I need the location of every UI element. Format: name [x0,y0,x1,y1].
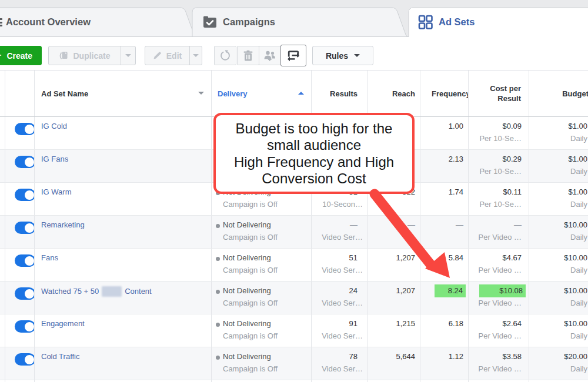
row-checkbox-cell[interactable] [0,150,5,182]
budget-value: $10.00 [529,286,588,295]
cost-per-result-value: $4.67 [469,253,529,262]
tab-bar: Account Overview Campaigns Ad Sets [0,0,588,37]
row-toggle-cell [5,150,35,182]
row-name-cell: IG Warm [35,183,212,215]
row-name-cell: Watched 75 + 50Content [35,282,212,314]
ad-set-name-link[interactable]: IG Fans [41,155,68,163]
header-cost-per-result-label: Cost perResult [490,83,521,103]
budget-sublabel: Daily [529,331,588,340]
reach-value: 1,207 [368,286,420,295]
reach-value: 1,207 [368,253,420,262]
row-budget-cell: $20.00 Daily [529,347,588,380]
header-results[interactable]: Results [312,71,368,116]
row-delivery-cell: Not Delivering Campaign is Off [212,347,312,380]
header-cost-per-result[interactable]: Cost perResult [469,71,529,116]
add-people-button[interactable] [259,46,281,65]
budget-value: $10.00 [529,220,588,229]
cost-highlight: $10.08 [479,284,526,297]
toggle-knob [24,222,35,234]
ad-set-toggle[interactable] [15,320,35,333]
duplicate-dropdown-button[interactable] [121,46,135,65]
row-name-cell: Cold Traffic [35,347,212,380]
sort-ascending-icon [298,92,304,95]
header-reach[interactable]: Reach [368,71,420,116]
frequency-highlight: 8.24 [435,284,466,297]
row-results-cell: 51 Video Ser… [312,249,368,281]
ad-set-toggle[interactable] [15,189,35,201]
ad-set-name-link[interactable]: Watched 75 + 50 [41,287,99,296]
refresh-button[interactable] [214,46,236,65]
row-delivery-cell: Not Delivering Campaign is Off [212,216,312,248]
edit-dropdown-button[interactable] [190,46,202,65]
chevron-down-icon [193,54,199,57]
row-name-cell: IG Fans [35,150,212,182]
row-frequency-cell: 6.18 [420,314,469,347]
delivery-substatus: Campaign is Off [212,200,311,209]
budget-sublabel: Daily [529,364,588,373]
tab-account-overview[interactable]: Account Overview [6,0,91,37]
ad-set-name-link[interactable]: Fans [41,253,58,262]
row-name-cell: Remarketing [35,216,212,248]
tab-ad-sets[interactable]: Ad Sets [418,0,475,37]
ad-set-name-link-suffix[interactable]: Content [125,287,152,296]
header-delivery[interactable]: Delivery [212,71,312,116]
header-results-label: Results [330,89,358,98]
redaction-blur [102,286,122,297]
table-row: Cold Traffic Not Delivering Campaign is … [0,347,588,380]
toggle-knob [24,189,35,201]
row-toggle-cell [5,117,35,149]
ad-set-name-link[interactable]: Cold Traffic [41,352,80,361]
budget-sublabel: Daily [529,233,588,242]
row-results-cell: 91 Video Ser… [312,314,368,347]
cost-sublabel: Per Video … [469,266,529,274]
ad-set-toggle[interactable] [15,222,35,234]
cost-per-result-value: — [469,220,529,229]
frequency-value: 5.84 [420,253,468,262]
edit-button-group: Edit [145,46,202,65]
cost-sublabel: Per 10-Se… [469,134,529,143]
ad-set-name-link[interactable]: IG Cold [41,122,67,130]
row-frequency-cell: 1.12 [420,347,469,380]
table-header-row: Ad Set Name Delivery Results Reach Frequ… [0,70,588,117]
header-ad-set-name[interactable]: Ad Set Name [35,71,212,116]
row-checkbox-cell[interactable] [0,347,5,380]
toggle-knob [24,288,35,300]
row-cost-cell: $0.09 Per 10-Se… [469,117,529,149]
row-checkbox-cell[interactable] [0,314,5,347]
row-cost-cell: $0.11 Per 10-Se… [469,183,529,215]
ad-set-name-link[interactable]: Remarketing [41,220,85,229]
budget-value: $10.00 [529,253,588,262]
row-checkbox-cell[interactable] [0,216,5,248]
delete-button[interactable] [237,46,259,65]
results-value: 78 [312,352,367,361]
add-people-icon [263,50,276,61]
duplicate-button[interactable]: Duplicate [49,46,121,65]
tab-campaigns[interactable]: Campaigns [203,0,275,37]
header-budget[interactable]: Budget [529,71,588,116]
row-cost-cell: — Per Video … [469,216,529,248]
ad-set-toggle[interactable] [15,254,35,267]
budget-value: $1.00 [529,155,588,163]
view-setup-toggle-button[interactable] [280,45,306,66]
header-frequency[interactable]: Frequency [420,71,469,116]
results-value: 24 [312,286,367,295]
duplicate-button-group: Duplicate [48,46,136,65]
row-checkbox-cell[interactable] [0,282,5,314]
cost-per-result-value: $0.09 [469,122,529,130]
ad-set-toggle[interactable] [15,353,35,366]
rules-button[interactable]: Rules [312,46,373,65]
results-value: 91 [312,319,367,328]
row-checkbox-cell[interactable] [0,183,5,215]
plus-icon: + [0,49,1,61]
edit-button[interactable]: Edit [145,46,189,65]
create-button[interactable]: + Create [0,46,42,65]
ad-set-toggle[interactable] [15,123,35,135]
row-checkbox-cell[interactable] [0,249,5,281]
ad-set-toggle[interactable] [15,287,35,300]
reach-value: 1,215 [368,319,420,328]
ad-set-name-link[interactable]: IG Warm [41,187,72,196]
ad-set-name-link[interactable]: Engagement [41,319,85,328]
row-checkbox-cell[interactable] [0,117,5,149]
cost-sublabel: Per Video … [469,233,529,242]
ad-set-toggle[interactable] [15,156,35,168]
